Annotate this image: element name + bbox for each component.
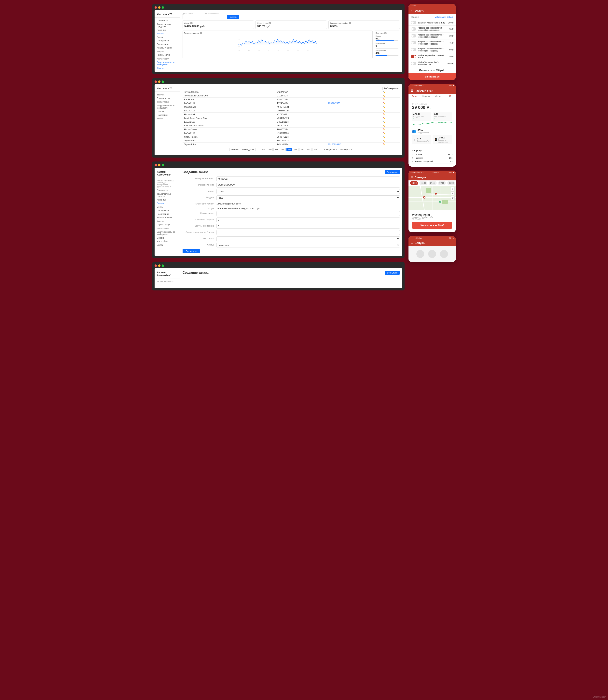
page-349[interactable]: 349 [286, 148, 292, 151]
order-edit[interactable]: ✏️ [381, 131, 400, 135]
time-chip-1900[interactable]: 19:00 [410, 181, 418, 185]
sidebar3-clients[interactable]: Клиенты [155, 198, 180, 202]
input-order-sum[interactable] [216, 211, 400, 216]
mobile-1-back[interactable]: ← [411, 9, 414, 13]
info-icon-clients[interactable]: i [384, 32, 386, 34]
sidebar3-summary[interactable]: Сводка [155, 236, 180, 240]
dot-green-4[interactable] [162, 264, 164, 267]
sidebar-item-schedule[interactable]: Расписание [155, 42, 180, 46]
dot-red-1[interactable] [155, 6, 157, 9]
sidebar-item-staff[interactable]: Сотрудники [155, 39, 180, 42]
sidebar2-service-groups[interactable]: Группы услуг [155, 96, 180, 100]
time-chip-2200[interactable]: 22:00 [438, 181, 446, 185]
sidebar3-staff[interactable]: Сотрудники [155, 209, 180, 212]
page-346[interactable]: 346 [267, 148, 273, 151]
select-status[interactable]: в очереди [216, 243, 400, 247]
input-phone[interactable] [216, 183, 400, 188]
info-icon-avg[interactable]: i [268, 22, 271, 24]
order-edit[interactable]: ✏️ [381, 128, 400, 131]
sidebar3-car-classes[interactable]: Классы машин [155, 216, 180, 219]
select-model[interactable]: 2112 [216, 195, 400, 200]
sidebar-item-service-groups[interactable]: Группы услуг [155, 53, 180, 57]
order-edit[interactable]: ✏️ [381, 113, 400, 116]
tab-calendar[interactable]: 📅 [444, 94, 456, 99]
order-edit[interactable]: ✏️ [381, 139, 400, 143]
time-chip-2000[interactable]: 20:00 [419, 181, 428, 185]
order-edit[interactable]: ✏️ [381, 101, 400, 105]
sidebar-item-orders[interactable]: Заказы [155, 32, 180, 35]
order-edit[interactable]: ✏️ [381, 90, 400, 94]
order-edit[interactable]: ✏️ [381, 143, 400, 146]
select-brand[interactable]: LADA [216, 189, 400, 194]
sidebar-item-car-classes[interactable]: Классы машин [155, 46, 180, 50]
input-car-num[interactable] [216, 176, 400, 181]
sidebar2-load[interactable]: Загруженность по мойщикам [155, 104, 180, 110]
map-location[interactable]: ⊕ [451, 196, 455, 200]
sidebar-item-boxes[interactable]: Боксы [155, 35, 180, 39]
input-bonuses[interactable] [216, 217, 400, 222]
car-value[interactable]: Volkswagen Jetta > [435, 16, 453, 18]
dot-red-2[interactable] [155, 80, 157, 83]
dot-yellow-2[interactable] [158, 80, 160, 83]
sidebar3-orders[interactable]: Заказы [155, 202, 180, 205]
back-button-3[interactable]: Вернуться [385, 170, 400, 174]
sidebar3-load[interactable]: Загруженность по мойщикам [155, 230, 180, 236]
sidebar3-logout[interactable]: Выйти [155, 243, 180, 247]
order-edit[interactable]: ✏️ [381, 105, 400, 109]
time-chip-0900[interactable]: 09:00 [447, 181, 455, 185]
service-toggle-5[interactable] [411, 55, 416, 58]
sidebar-item-load[interactable]: Загруженность по мойщикам [155, 60, 180, 66]
sidebar3-service-groups[interactable]: Группы услуг [155, 223, 180, 226]
order-edit[interactable]: ✏️ [381, 116, 400, 120]
sidebar3-params[interactable]: Параметры [155, 189, 180, 192]
order-edit[interactable]: ✏️ [381, 94, 400, 98]
services-book-button[interactable]: Записаться [408, 73, 456, 80]
time-chip-2100[interactable]: 21:00 [429, 181, 437, 185]
date-end-input[interactable] [205, 15, 224, 19]
info-icon-load[interactable]: i [349, 22, 351, 24]
service-toggle-4[interactable] [411, 48, 416, 51]
page-347[interactable]: 347 [273, 148, 279, 151]
tab-week[interactable]: Неделя [420, 94, 432, 99]
input-bonuses-write[interactable] [216, 224, 400, 229]
map-zoom-out[interactable]: − [451, 191, 455, 195]
page-350[interactable]: 350 [293, 148, 299, 151]
tab-day[interactable]: День [408, 94, 420, 99]
tab-month[interactable]: Месяц [432, 94, 444, 99]
select-payment-tag[interactable] [216, 237, 400, 241]
info-icon-chart[interactable]: i [200, 32, 202, 34]
order-edit[interactable]: ✏️ [381, 98, 400, 101]
input-sum-minus[interactable] [216, 230, 400, 235]
unblock-button[interactable]: Разблокировать [382, 87, 400, 90]
service-toggle-1[interactable] [411, 27, 416, 31]
sidebar3-vehicles[interactable]: Транспортные средства [155, 192, 180, 198]
sidebar-item-services[interactable]: Услуги [155, 50, 180, 53]
book-19-button[interactable]: Записаться на 19:00 [412, 222, 452, 229]
dot-yellow-3[interactable] [158, 164, 160, 166]
service-toggle-6[interactable] [411, 62, 416, 65]
info-icon-income[interactable]: i [190, 22, 193, 24]
dot-red-4[interactable] [155, 264, 157, 267]
sidebar-item-params[interactable]: Параметры [155, 19, 180, 22]
hamburger-2[interactable]: ☰ [411, 89, 413, 92]
sidebar3-services[interactable]: Услуги [155, 219, 180, 223]
pagination-next[interactable]: Следующая » [323, 148, 338, 151]
sidebar2-summary[interactable]: Сводка [155, 110, 180, 113]
page-351[interactable]: 351 [299, 148, 305, 151]
dot-green-2[interactable] [162, 80, 164, 83]
order-edit[interactable]: ✏️ [381, 120, 400, 124]
sidebar-item-summary[interactable]: Сводка [155, 66, 180, 70]
dot-yellow-1[interactable] [158, 6, 160, 9]
show-button[interactable]: Показать [227, 15, 239, 19]
service-toggle-2[interactable] [411, 34, 416, 37]
hamburger-4[interactable]: ☰ [411, 241, 413, 245]
sidebar-item-clients[interactable]: Клиенты [155, 28, 180, 32]
service-toggle-3[interactable] [411, 41, 416, 44]
pagination-prev[interactable]: Предыдущая [241, 148, 255, 151]
sidebar2-logout[interactable]: Выйти [155, 117, 180, 120]
order-edit[interactable]: ✏️ [381, 109, 400, 113]
map-zoom-in[interactable]: + [451, 187, 455, 191]
page-353[interactable]: 353 [312, 148, 318, 151]
date-start-input[interactable] [183, 15, 202, 19]
pagination-last[interactable]: Последняя » [339, 148, 353, 151]
